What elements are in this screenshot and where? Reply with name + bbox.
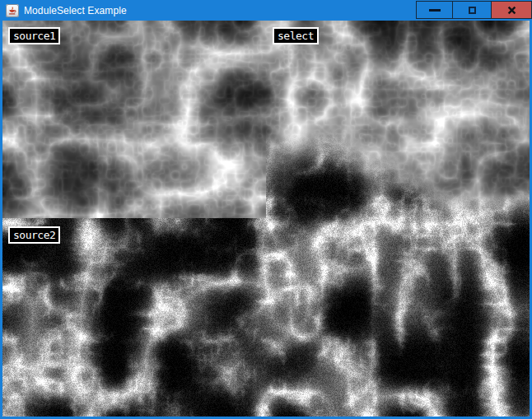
close-button[interactable] [491,1,532,19]
close-icon [507,6,516,15]
window-title: ModuleSelect Example [24,5,127,16]
window-controls [417,1,532,19]
java-coffee-cup-icon [6,4,19,17]
source1-image [2,21,266,218]
source2-image [2,218,266,417]
minimize-button[interactable] [416,1,453,19]
maximize-button[interactable] [452,1,492,19]
select-label: select [273,27,319,44]
minimize-icon [429,9,441,12]
source2-label: source2 [8,226,60,244]
render-client-area: source1 select source2 [2,21,530,417]
titlebar[interactable]: ModuleSelect Example [0,0,532,21]
source1-label: source1 [8,27,60,44]
maximize-icon [469,7,476,14]
app-window: ModuleSelect Example source1 select sour… [0,0,532,419]
